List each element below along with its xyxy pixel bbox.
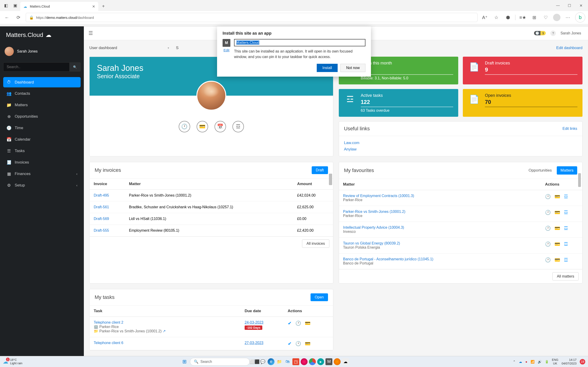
app-icon[interactable]: ☁ <box>342 358 349 365</box>
chevron-up-icon[interactable]: ⌃ <box>513 360 516 364</box>
draft-button[interactable]: Draft <box>312 166 328 174</box>
col-invoice[interactable]: Invoice <box>90 178 125 190</box>
clock-icon[interactable]: 🕐 <box>295 320 301 326</box>
help-icon[interactable]: ? <box>550 31 556 36</box>
sidebar-item-time[interactable]: 🕘Time <box>3 123 81 133</box>
stat-open-invoices[interactable]: 📄 Open invoices 70 <box>463 89 582 117</box>
stat-active-tasks[interactable]: ☲ Active tasks 122 63 Tasks overdue <box>339 89 458 117</box>
search-button[interactable]: 🔍 <box>69 62 81 72</box>
card-icon[interactable]: 💳 <box>305 341 311 346</box>
app-icon[interactable]: ◳ <box>292 358 299 365</box>
list-icon[interactable]: ☲ <box>564 241 568 247</box>
onedrive-icon[interactable]: ☁ <box>519 360 522 364</box>
profile-avatar-icon[interactable] <box>553 14 561 21</box>
sidebar-item-opportunities[interactable]: ⊕Opportunities <box>3 111 81 122</box>
matter-link[interactable]: Parker-Rice vs Smith-Jones (10001.2) <box>343 210 405 214</box>
card-icon[interactable]: 💳 <box>197 121 208 132</box>
window-close-icon[interactable]: ✕ <box>576 1 586 10</box>
app-tray-icon[interactable]: ● <box>525 360 527 364</box>
col-actions[interactable]: Actions <box>541 179 582 190</box>
all-invoices-button[interactable]: All invoices <box>302 240 329 248</box>
clock-icon[interactable]: 🕐 <box>179 121 190 132</box>
new-tab-button[interactable]: + <box>99 2 107 10</box>
all-matters-button[interactable]: All matters <box>552 272 579 281</box>
check-icon[interactable]: ✔ <box>288 341 292 346</box>
list-icon[interactable]: ☲ <box>564 210 568 215</box>
favorites-icon[interactable]: ≡★ <box>519 13 527 22</box>
star-icon[interactable]: ☆ <box>492 13 501 22</box>
list-icon[interactable]: ☲ <box>564 225 568 231</box>
task-link[interactable]: Telephone client 6 <box>94 341 123 345</box>
col-task[interactable]: Task <box>90 306 241 317</box>
app-icon[interactable]: ▸ <box>317 358 324 365</box>
check-icon[interactable]: ✔ <box>288 320 292 326</box>
store-icon[interactable]: 🛍 <box>284 358 291 365</box>
heart-icon[interactable]: ♡ <box>542 13 550 22</box>
dashboard-select[interactable]: User dashboard▾ <box>89 43 169 52</box>
edit-icon-link[interactable]: Edit <box>224 48 229 52</box>
opera-icon[interactable] <box>301 358 308 365</box>
clock-icon[interactable]: 🕐 <box>545 225 551 231</box>
taskbar-search[interactable]: 🔍Search <box>190 358 250 366</box>
taskview-icon[interactable]: ⬜⬛ <box>251 358 258 365</box>
edge-icon[interactable]: e <box>268 358 275 365</box>
matter-link[interactable]: Tauron vs Global Energy (80039.2) <box>343 241 400 245</box>
tab-opportunities[interactable]: Opportunities <box>525 166 555 175</box>
collections-icon[interactable]: ⊞ <box>530 13 538 22</box>
card-icon[interactable]: 💳 <box>305 320 311 326</box>
back-icon[interactable]: ← <box>3 13 11 22</box>
edit-dashboard-link[interactable]: Edit dashboard <box>556 46 582 50</box>
topbar-user[interactable]: Sarah Jones <box>561 31 581 35</box>
card-icon[interactable]: 💳 <box>554 210 560 215</box>
notifications-badge[interactable]: 19 <box>580 359 585 365</box>
col-matter[interactable]: Matter <box>339 179 541 190</box>
card-icon[interactable]: 💳 <box>554 194 560 199</box>
external-link-icon[interactable]: ↗ <box>163 329 166 333</box>
list-icon[interactable]: ☲ <box>233 121 244 132</box>
clock[interactable]: 14:1704/07/2023 <box>562 358 577 365</box>
search-input[interactable] <box>3 62 69 72</box>
invoice-link[interactable]: Draft-561 <box>94 205 109 209</box>
sidebar-item-finances[interactable]: ▦Finances‹ <box>3 169 81 179</box>
matter-link[interactable]: Review of Employment Contracts (10001.3) <box>343 194 414 198</box>
clock-icon[interactable]: 🕐 <box>545 194 551 199</box>
explorer-icon[interactable]: 📁 <box>276 358 283 365</box>
sidebar-user[interactable]: Sarah Jones <box>0 44 84 59</box>
app-name-input[interactable]: Matters.Cloud <box>234 39 365 46</box>
edit-links-link[interactable]: Edit links <box>562 127 577 131</box>
col-amount[interactable]: Amount <box>293 178 333 190</box>
scrollbar[interactable] <box>578 173 581 187</box>
not-now-button[interactable]: Not now <box>340 64 365 72</box>
tab-matters[interactable]: Matters <box>557 166 577 175</box>
install-button[interactable]: Install <box>317 64 338 72</box>
scrollbar[interactable] <box>329 174 332 185</box>
card-icon[interactable]: 💳 <box>554 257 560 263</box>
clock-icon[interactable]: 🕐 <box>295 341 301 346</box>
calendar-icon[interactable]: 📅 <box>215 121 226 132</box>
volume-icon[interactable]: 🔊 <box>538 360 542 364</box>
start-icon[interactable]: ⊞ <box>180 358 189 366</box>
close-icon[interactable]: ✕ <box>92 4 95 9</box>
sidebar-item-calendar[interactable]: 📅Calendar <box>3 134 81 145</box>
chat-icon[interactable]: 💬 <box>259 358 266 365</box>
refresh-icon[interactable]: ⟳ <box>14 13 23 22</box>
open-button[interactable]: Open <box>311 293 328 301</box>
read-aloud-icon[interactable]: A⁺ <box>481 13 489 22</box>
sidebar-item-invoices[interactable]: 🧾Invoices <box>3 157 81 168</box>
app-icon[interactable]: M <box>326 358 332 365</box>
bing-icon[interactable]: b <box>575 12 585 23</box>
sidebar-item-setup[interactable]: ⚙Setup‹ <box>3 180 81 191</box>
browser-tab[interactable]: ☁ Matters.Cloud ✕ <box>20 2 98 11</box>
clock-icon[interactable]: 🕐 <box>534 31 540 35</box>
due-date[interactable]: 27-03-2023 <box>245 341 263 345</box>
more-icon[interactable]: ⋯ <box>564 13 572 22</box>
maximize-icon[interactable]: ☐ <box>564 1 575 10</box>
matter-link[interactable]: Intellectual Property Advice (10004.3) <box>343 225 404 229</box>
weather-widget[interactable]: ☁1 18°CLight rain <box>3 358 22 365</box>
stat-draft-invoices[interactable]: 📄 Draft invoices 9 <box>463 57 582 84</box>
col-due[interactable]: Due date <box>241 306 284 317</box>
invoice-link[interactable]: Draft-495 <box>94 193 109 197</box>
sidebar-item-tasks[interactable]: ☰Tasks <box>3 146 81 156</box>
col-actions[interactable]: Actions <box>284 306 333 317</box>
clock-icon[interactable]: 🕐 <box>545 210 551 215</box>
